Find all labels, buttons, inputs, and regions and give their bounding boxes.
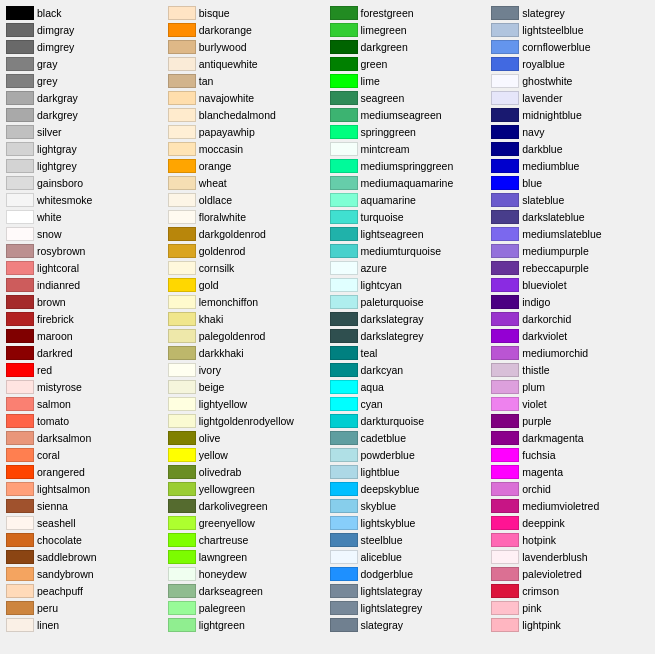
color-name: seashell (37, 517, 76, 529)
list-item: darkorchid (489, 310, 651, 327)
list-item: darkviolet (489, 327, 651, 344)
color-swatch (6, 142, 34, 156)
color-swatch (491, 516, 519, 530)
color-name: darkkhaki (199, 347, 244, 359)
color-name: lightgrey (37, 160, 77, 172)
list-item: lightslategrey (328, 599, 490, 616)
list-item: whitesmoke (4, 191, 166, 208)
list-item: orange (166, 157, 328, 174)
color-name: darkviolet (522, 330, 567, 342)
color-name: maroon (37, 330, 73, 342)
color-name: violet (522, 398, 547, 410)
color-swatch (491, 584, 519, 598)
list-item: aqua (328, 378, 490, 395)
list-item: mediumturquoise (328, 242, 490, 259)
color-name: slategrey (522, 7, 565, 19)
color-name: lightsteelblue (522, 24, 583, 36)
column-3: slategreylightsteelbluecornflowerblueroy… (489, 4, 651, 633)
color-name: indianred (37, 279, 80, 291)
color-name: slateblue (522, 194, 564, 206)
list-item: indigo (489, 293, 651, 310)
color-swatch (330, 584, 358, 598)
list-item: steelblue (328, 531, 490, 548)
color-name: purple (522, 415, 551, 427)
list-item: darkgreen (328, 38, 490, 55)
color-swatch (330, 380, 358, 394)
list-item: lightgrey (4, 157, 166, 174)
list-item: slategrey (489, 4, 651, 21)
color-swatch (491, 312, 519, 326)
color-swatch (6, 108, 34, 122)
color-swatch (330, 40, 358, 54)
list-item: tomato (4, 412, 166, 429)
color-swatch (168, 176, 196, 190)
color-name: plum (522, 381, 545, 393)
list-item: olive (166, 429, 328, 446)
list-item: purple (489, 412, 651, 429)
list-item: lemonchiffon (166, 293, 328, 310)
color-name: darkgoldenrod (199, 228, 266, 240)
list-item: lightcyan (328, 276, 490, 293)
list-item: yellowgreen (166, 480, 328, 497)
color-swatch (168, 499, 196, 513)
color-swatch (330, 142, 358, 156)
list-item: lightseagreen (328, 225, 490, 242)
list-item: midnightblue (489, 106, 651, 123)
color-swatch (330, 567, 358, 581)
color-swatch (330, 329, 358, 343)
color-swatch (168, 618, 196, 632)
list-item: thistle (489, 361, 651, 378)
list-item: rosybrown (4, 242, 166, 259)
color-name: olive (199, 432, 221, 444)
color-swatch (491, 278, 519, 292)
color-swatch (168, 210, 196, 224)
color-swatch (168, 448, 196, 462)
color-swatch (491, 482, 519, 496)
color-name: pink (522, 602, 541, 614)
color-name: moccasin (199, 143, 243, 155)
color-swatch (330, 261, 358, 275)
list-item: palegoldenrod (166, 327, 328, 344)
list-item: dodgerblue (328, 565, 490, 582)
color-swatch (330, 550, 358, 564)
color-swatch (168, 227, 196, 241)
list-item: darkslategrey (328, 327, 490, 344)
color-name: firebrick (37, 313, 74, 325)
color-swatch (491, 363, 519, 377)
color-name: greenyellow (199, 517, 255, 529)
list-item: rebeccapurple (489, 259, 651, 276)
color-name: springgreen (361, 126, 416, 138)
color-name: beige (199, 381, 225, 393)
list-item: skyblue (328, 497, 490, 514)
color-swatch (491, 125, 519, 139)
color-swatch (6, 244, 34, 258)
color-name: darkslateblue (522, 211, 584, 223)
list-item: mediumorchid (489, 344, 651, 361)
color-swatch (6, 567, 34, 581)
color-name: green (361, 58, 388, 70)
list-item: springgreen (328, 123, 490, 140)
color-swatch (491, 295, 519, 309)
list-item: mediumvioletred (489, 497, 651, 514)
color-swatch (6, 465, 34, 479)
color-swatch (330, 23, 358, 37)
color-name: white (37, 211, 62, 223)
color-name: deepskyblue (361, 483, 420, 495)
color-name: rebeccapurple (522, 262, 589, 274)
list-item: peru (4, 599, 166, 616)
color-name: powderblue (361, 449, 415, 461)
color-swatch (491, 159, 519, 173)
list-item: wheat (166, 174, 328, 191)
color-swatch (6, 278, 34, 292)
list-item: navy (489, 123, 651, 140)
list-item: navajowhite (166, 89, 328, 106)
color-name: sandybrown (37, 568, 94, 580)
color-swatch (168, 57, 196, 71)
color-name: skyblue (361, 500, 397, 512)
color-name: steelblue (361, 534, 403, 546)
list-item: mediumslateblue (489, 225, 651, 242)
color-swatch (6, 414, 34, 428)
color-name: blanchedalmond (199, 109, 276, 121)
color-name: darkblue (522, 143, 562, 155)
list-item: khaki (166, 310, 328, 327)
